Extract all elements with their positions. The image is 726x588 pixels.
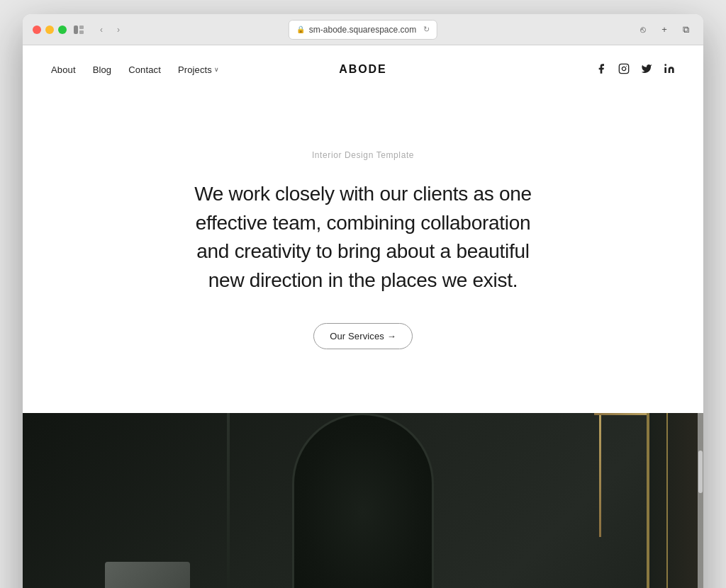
address-bar[interactable]: 🔒 sm-abode.squarespace.com ↻ [289, 20, 437, 40]
nav-left: About Blog Contact Projects ∨ [51, 64, 219, 75]
svg-rect-2 [79, 30, 84, 34]
nav-arrows: ‹ › [94, 22, 126, 38]
scrollbar-track[interactable] [698, 413, 703, 588]
share-button[interactable]: ⎋ [635, 22, 651, 38]
nav-projects[interactable]: Projects ∨ [178, 64, 219, 75]
browser-titlebar: ‹ › 🔒 sm-abode.squarespace.com ↻ ⎋ + ⧉ [23, 14, 703, 45]
chair [91, 533, 204, 588]
minimize-button[interactable] [45, 26, 54, 34]
right-frame [647, 413, 703, 588]
browser-actions: ⎋ + ⧉ [635, 22, 693, 38]
column-left [227, 413, 230, 588]
chair-back [105, 562, 190, 588]
nav-social [596, 63, 675, 77]
browser-window: ‹ › 🔒 sm-abode.squarespace.com ↻ ⎋ + ⧉ A… [23, 14, 703, 588]
lamp-vertical [599, 413, 601, 537]
lock-icon: 🔒 [296, 26, 305, 33]
window-controls [33, 26, 67, 34]
svg-rect-0 [74, 26, 78, 34]
hero-headline: We work closely with our clients as one … [179, 180, 547, 295]
site-logo[interactable]: ABODE [339, 63, 386, 76]
twitter-icon[interactable] [641, 63, 652, 77]
new-tab-button[interactable]: + [657, 22, 672, 38]
site-header: About Blog Contact Projects ∨ ABODE [23, 45, 703, 94]
nav-contact[interactable]: Contact [128, 64, 161, 75]
cta-button[interactable]: Our Services → [313, 323, 413, 349]
url-text: sm-abode.squarespace.com [309, 25, 416, 35]
lamp-horizontal [594, 413, 649, 415]
dark-section [23, 413, 703, 588]
facebook-icon[interactable] [596, 63, 607, 77]
nav-blog[interactable]: Blog [93, 64, 112, 75]
linkedin-icon[interactable] [664, 63, 675, 77]
maximize-button[interactable] [58, 26, 67, 34]
scrollbar-thumb[interactable] [698, 451, 703, 493]
svg-point-5 [664, 64, 666, 66]
chevron-down-icon: ∨ [214, 66, 219, 73]
tabs-button[interactable]: ⧉ [678, 22, 693, 38]
sidebar-toggle-button[interactable] [72, 23, 85, 36]
arch-mirror [292, 413, 434, 588]
nav-about[interactable]: About [51, 64, 76, 75]
close-button[interactable] [33, 26, 41, 34]
hero-section: Interior Design Template We work closely… [23, 94, 703, 413]
svg-rect-1 [79, 26, 84, 29]
interior-scene [23, 413, 703, 588]
forward-button[interactable]: › [111, 22, 126, 38]
right-frame-divider [666, 413, 668, 588]
website-content: About Blog Contact Projects ∨ ABODE [23, 45, 703, 588]
back-button[interactable]: ‹ [94, 22, 109, 38]
instagram-icon[interactable] [618, 63, 630, 77]
reload-button[interactable]: ↻ [423, 25, 430, 34]
svg-rect-3 [619, 64, 628, 73]
hero-subtitle: Interior Design Template [312, 150, 414, 160]
